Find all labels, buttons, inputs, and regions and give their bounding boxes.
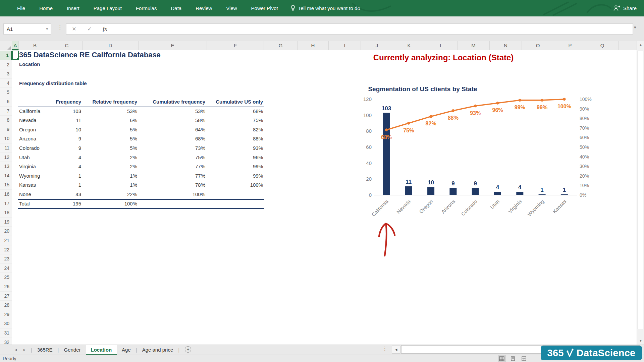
- row-header-19[interactable]: 19: [0, 218, 12, 227]
- column-header-i[interactable]: I: [329, 41, 361, 50]
- vertical-scrollbar[interactable]: ▲ ▼: [637, 41, 644, 345]
- column-header-k[interactable]: K: [393, 41, 425, 50]
- row-header-22[interactable]: 22: [0, 245, 12, 255]
- bar-oregon[interactable]: [427, 187, 434, 195]
- table-row[interactable]: Nevada116%58%75%: [0, 116, 268, 125]
- ribbon-tab-review[interactable]: Review: [189, 0, 219, 16]
- column-header-f[interactable]: F: [207, 41, 264, 50]
- row-header-4[interactable]: 4: [0, 79, 12, 88]
- right-axis-tick: 100%: [580, 97, 592, 102]
- row-header-24[interactable]: 24: [0, 264, 12, 273]
- ribbon-tab-home[interactable]: Home: [32, 0, 60, 16]
- bar-utah[interactable]: [494, 192, 501, 195]
- bar-nevada[interactable]: [405, 186, 412, 195]
- ribbon-tab-page-layout[interactable]: Page Layout: [87, 0, 129, 16]
- row-header-2[interactable]: 2: [0, 60, 12, 70]
- table-cell: Oregon: [19, 125, 36, 134]
- row-header-21[interactable]: 21: [0, 236, 12, 245]
- formula-input[interactable]: [116, 24, 633, 34]
- table-header-row[interactable]: FrequencyRelative frequencyCumulative fr…: [0, 97, 268, 107]
- row-header-26[interactable]: 26: [0, 282, 12, 292]
- ribbon-tab-data[interactable]: Data: [164, 0, 189, 16]
- cancel-button[interactable]: ✕: [66, 26, 82, 32]
- bar-virginia[interactable]: [516, 192, 523, 195]
- column-header-j[interactable]: J: [361, 41, 393, 50]
- ribbon-tab-power-pivot[interactable]: Power Pivot: [244, 0, 285, 16]
- sheet-nav-left-icon[interactable]: ◄: [14, 348, 17, 352]
- sheet-tab-location[interactable]: Location: [86, 345, 117, 355]
- row-header-18[interactable]: 18: [0, 208, 12, 218]
- table-row[interactable]: Utah42%75%96%: [0, 153, 268, 162]
- row-header-1[interactable]: 1: [0, 51, 12, 60]
- column-header-o[interactable]: O: [522, 41, 554, 50]
- row-header-5[interactable]: 5: [0, 88, 12, 97]
- column-header-h[interactable]: H: [298, 41, 329, 50]
- column-header-l[interactable]: L: [425, 41, 458, 50]
- normal-view-button[interactable]: [498, 355, 506, 362]
- table-row[interactable]: Virginia42%77%99%: [0, 162, 268, 171]
- hscroll-left-icon[interactable]: ◀: [392, 346, 400, 354]
- column-header-b[interactable]: B: [19, 41, 51, 50]
- column-header-g[interactable]: G: [264, 41, 298, 50]
- sheet-tab-365re[interactable]: 365RE: [32, 345, 58, 355]
- table-row[interactable]: Arizona95%68%88%: [0, 134, 268, 143]
- row-header-23[interactable]: 23: [0, 254, 12, 264]
- page-break-view-button[interactable]: [520, 355, 528, 362]
- column-header-c[interactable]: C: [51, 41, 83, 50]
- vertical-scroll-thumb[interactable]: [638, 51, 643, 329]
- sheet-tab-gender[interactable]: Gender: [59, 345, 86, 355]
- new-sheet-button[interactable]: +: [185, 346, 191, 353]
- row-header-29[interactable]: 29: [0, 310, 12, 319]
- formula-bar-splitter[interactable]: ⋮: [57, 24, 63, 31]
- select-all-corner[interactable]: [0, 41, 12, 50]
- ribbon-tab-file[interactable]: File: [10, 0, 32, 16]
- tabbar-splitter[interactable]: ⋮: [382, 346, 387, 352]
- column-header-a[interactable]: A: [12, 41, 19, 50]
- column-header-n[interactable]: N: [490, 41, 522, 50]
- table-row[interactable]: None4322%100%: [0, 190, 268, 199]
- ribbon-tab-insert[interactable]: Insert: [60, 0, 87, 16]
- bar-colorado[interactable]: [472, 188, 479, 195]
- share-button[interactable]: Share: [613, 0, 637, 16]
- formula-bar-expand-icon[interactable]: ▾: [634, 25, 636, 30]
- enter-button[interactable]: ✓: [82, 26, 97, 32]
- row-header-20[interactable]: 20: [0, 227, 12, 236]
- table-row[interactable]: Total195100%: [0, 199, 268, 208]
- scroll-up-icon[interactable]: ▲: [637, 43, 644, 47]
- table-row[interactable]: Oregon105%64%82%: [0, 125, 268, 134]
- sheet-nav-right-icon[interactable]: ►: [23, 348, 26, 352]
- sheet-tab-age[interactable]: Age: [117, 345, 136, 355]
- column-header-e[interactable]: E: [139, 41, 207, 50]
- ribbon-tab-view[interactable]: View: [219, 0, 244, 16]
- table-row[interactable]: Colorado95%73%93%: [0, 143, 268, 153]
- row-header-25[interactable]: 25: [0, 273, 12, 282]
- ribbon-tab-formulas[interactable]: Formulas: [129, 0, 164, 16]
- bar-kansas[interactable]: [561, 194, 568, 195]
- table-cell: 1%: [83, 180, 137, 190]
- column-header-q[interactable]: Q: [586, 41, 619, 50]
- column-header-d[interactable]: D: [83, 41, 139, 50]
- bar-arizona[interactable]: [449, 188, 457, 195]
- scroll-down-icon[interactable]: ▼: [637, 339, 644, 343]
- column-header-m[interactable]: M: [458, 41, 490, 50]
- row-header-32[interactable]: 32: [0, 338, 12, 345]
- bar-california[interactable]: [383, 113, 390, 195]
- page-layout-view-button[interactable]: [509, 355, 517, 362]
- pareto-chart[interactable]: Segmentation of US clients by State12010…: [349, 83, 607, 229]
- table-row[interactable]: Kansas11%78%100%: [0, 180, 268, 190]
- name-box[interactable]: A1 ▾: [3, 23, 51, 35]
- table-cell: 53%: [139, 107, 205, 116]
- row-header-30[interactable]: 30: [0, 319, 12, 328]
- table-row[interactable]: California10353%53%68%: [0, 107, 268, 116]
- name-box-dropdown-icon[interactable]: ▾: [46, 27, 51, 31]
- row-header-27[interactable]: 27: [0, 292, 12, 301]
- row-header-31[interactable]: 31: [0, 328, 12, 338]
- table-row[interactable]: Wyoming11%77%99%: [0, 171, 268, 181]
- column-header-p[interactable]: P: [554, 41, 586, 50]
- row-header-3[interactable]: 3: [0, 69, 12, 79]
- table-cell: 88%: [207, 134, 263, 143]
- sheet-tab-age-and-price[interactable]: Age and price: [137, 345, 178, 355]
- bar-wyoming[interactable]: [539, 194, 546, 195]
- row-header-28[interactable]: 28: [0, 301, 12, 310]
- insert-function-button[interactable]: fx: [97, 26, 113, 33]
